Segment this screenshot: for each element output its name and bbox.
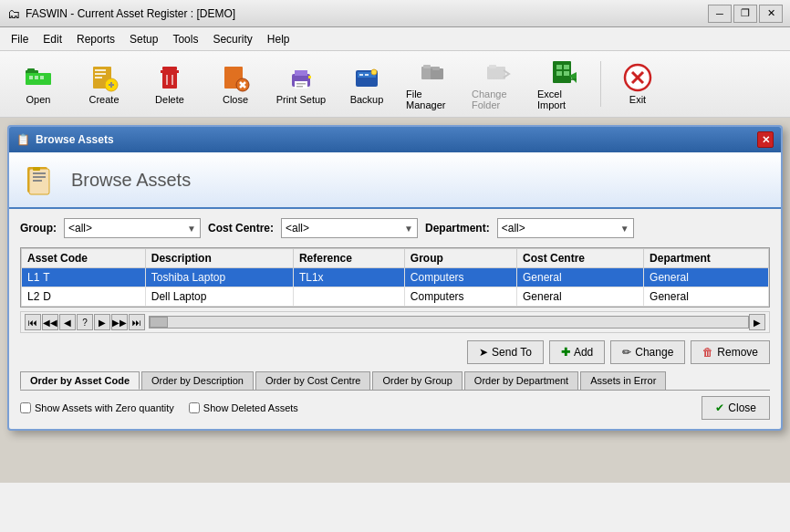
remove-icon: 🗑 xyxy=(702,346,713,359)
change-folder-label: Change Folder xyxy=(472,89,525,110)
nav-last[interactable]: ⏭ xyxy=(129,314,145,330)
dialog-close-bottom-button[interactable]: ✔ Close xyxy=(702,396,770,420)
app-title: FASWIN - Current Asset Register : [DEMO] xyxy=(26,7,235,20)
menu-security[interactable]: Security xyxy=(205,29,259,49)
col-group: Group xyxy=(404,249,516,268)
send-to-button[interactable]: ➤ Send To xyxy=(467,340,544,364)
order-tab-0[interactable]: Order by Asset Code xyxy=(20,371,140,390)
svg-rect-23 xyxy=(295,70,307,76)
menu-edit[interactable]: Edit xyxy=(36,29,69,49)
cost-centre-label: Cost Centre: xyxy=(208,222,274,235)
deleted-assets-checkbox[interactable] xyxy=(189,402,200,413)
nav-info[interactable]: ? xyxy=(77,314,93,330)
open-button[interactable]: Open xyxy=(7,57,69,111)
app-icon: 🗂 xyxy=(7,6,20,21)
svg-rect-37 xyxy=(487,67,505,79)
order-tab-4[interactable]: Order by Department xyxy=(464,371,578,390)
minimize-button[interactable]: ─ xyxy=(708,5,732,23)
exit-button[interactable]: Exit xyxy=(607,57,669,111)
change-button[interactable]: ✏ Change xyxy=(610,340,685,364)
menu-help[interactable]: Help xyxy=(260,29,297,49)
print-setup-button[interactable]: Print Setup xyxy=(270,57,332,111)
group-combo-arrow: ▼ xyxy=(187,224,196,234)
table-row[interactable]: L2DDell LaptopComputersGeneralGeneral xyxy=(22,287,769,307)
col-department: Department xyxy=(644,249,769,268)
nav-next[interactable]: ▶ xyxy=(94,314,110,330)
group-combo[interactable]: <all> ▼ xyxy=(64,218,201,238)
backup-button[interactable]: Backup xyxy=(336,57,398,111)
col-description: Description xyxy=(145,249,293,268)
excel-import-button[interactable]: Excel Import xyxy=(533,57,595,111)
svg-rect-25 xyxy=(296,83,306,85)
print-setup-label: Print Setup xyxy=(276,94,326,105)
add-icon: ✚ xyxy=(561,346,570,359)
send-to-label: Send To xyxy=(492,346,532,359)
cell-cost-centre: General xyxy=(516,287,643,307)
svg-rect-38 xyxy=(489,65,496,68)
menu-file[interactable]: File xyxy=(4,29,36,49)
assets-table-container: Asset Code Description Reference Group C… xyxy=(20,247,770,308)
toolbar: Open Create Delete xyxy=(0,51,790,118)
menu-bar: File Edit Reports Setup Tools Security H… xyxy=(0,27,790,51)
svg-rect-54 xyxy=(33,167,40,171)
zero-qty-checkbox-label[interactable]: Show Assets with Zero quantity xyxy=(20,402,174,413)
order-tab-2[interactable]: Order by Cost Centre xyxy=(255,371,371,390)
scroll-right[interactable]: ▶ xyxy=(749,314,765,330)
restore-button[interactable]: ❐ xyxy=(733,5,757,23)
dialog-header-icon xyxy=(24,162,60,198)
create-label: Create xyxy=(88,94,119,105)
order-tab-1[interactable]: Order by Description xyxy=(141,371,254,390)
department-combo[interactable]: <all> ▼ xyxy=(497,218,634,238)
delete-label: Delete xyxy=(155,94,184,105)
remove-button[interactable]: 🗑 Remove xyxy=(691,340,770,364)
assets-table: Asset Code Description Reference Group C… xyxy=(21,248,769,307)
scroll-thumb xyxy=(150,317,168,328)
menu-reports[interactable]: Reports xyxy=(69,29,122,49)
dialog-close-button[interactable]: ✕ xyxy=(757,131,774,148)
cell-asset-code: L1T xyxy=(22,268,146,287)
file-manager-button[interactable]: File Manager xyxy=(401,57,463,111)
dialog-body: Group: <all> ▼ Cost Centre: <all> ▼ Depa… xyxy=(9,209,781,429)
print-icon xyxy=(286,63,316,92)
col-reference: Reference xyxy=(293,249,404,268)
cost-centre-combo[interactable]: <all> ▼ xyxy=(281,218,418,238)
svg-rect-53 xyxy=(33,180,42,182)
zero-qty-label: Show Assets with Zero quantity xyxy=(35,402,174,413)
dialog-title-text: Browse Assets xyxy=(36,133,114,146)
svg-rect-15 xyxy=(162,72,177,89)
delete-button[interactable]: Delete xyxy=(139,57,201,111)
close-toolbar-button[interactable]: Close xyxy=(204,57,266,111)
close-toolbar-label: Close xyxy=(223,94,248,105)
svg-rect-3 xyxy=(29,76,33,79)
add-button[interactable]: ✚ Add xyxy=(549,340,605,364)
nav-first[interactable]: ⏮ xyxy=(25,314,41,330)
deleted-assets-checkbox-label[interactable]: Show Deleted Assets xyxy=(189,402,298,413)
order-tab-3[interactable]: Order by Group xyxy=(372,371,462,390)
zero-qty-checkbox[interactable] xyxy=(20,402,31,413)
exit-label: Exit xyxy=(629,94,646,105)
nav-prev-prev[interactable]: ◀◀ xyxy=(42,314,58,330)
menu-tools[interactable]: Tools xyxy=(165,29,205,49)
close-window-button[interactable]: ✕ xyxy=(759,5,783,23)
col-asset-code: Asset Code xyxy=(22,249,146,268)
order-tab-5[interactable]: Assets in Error xyxy=(580,371,666,390)
checkbox-row: Show Assets with Zero quantity Show Dele… xyxy=(20,402,298,413)
backup-icon xyxy=(352,63,381,92)
svg-rect-34 xyxy=(423,65,431,68)
menu-setup[interactable]: Setup xyxy=(122,29,165,49)
col-cost-centre: Cost Centre xyxy=(516,249,643,268)
open-icon xyxy=(24,63,53,92)
dialog-header-title: Browse Assets xyxy=(71,170,191,191)
filemanager-icon xyxy=(418,57,447,87)
nav-next-next[interactable]: ▶▶ xyxy=(111,314,128,330)
send-to-icon: ➤ xyxy=(479,346,488,359)
close-checkmark-icon: ✔ xyxy=(715,402,724,414)
nav-prev[interactable]: ◀ xyxy=(59,314,76,330)
bottom-row: Show Assets with Zero quantity Show Dele… xyxy=(20,396,770,420)
horizontal-scrollbar[interactable] xyxy=(149,316,749,329)
svg-rect-13 xyxy=(162,67,177,70)
create-button[interactable]: Create xyxy=(73,57,135,111)
table-row[interactable]: L1TToshiba LaptopTL1xComputersGeneralGen… xyxy=(22,268,769,287)
change-icon: ✏ xyxy=(622,346,631,359)
nav-buttons: ⏮ ◀◀ ◀ ? ▶ ▶▶ ⏭ xyxy=(25,314,145,330)
